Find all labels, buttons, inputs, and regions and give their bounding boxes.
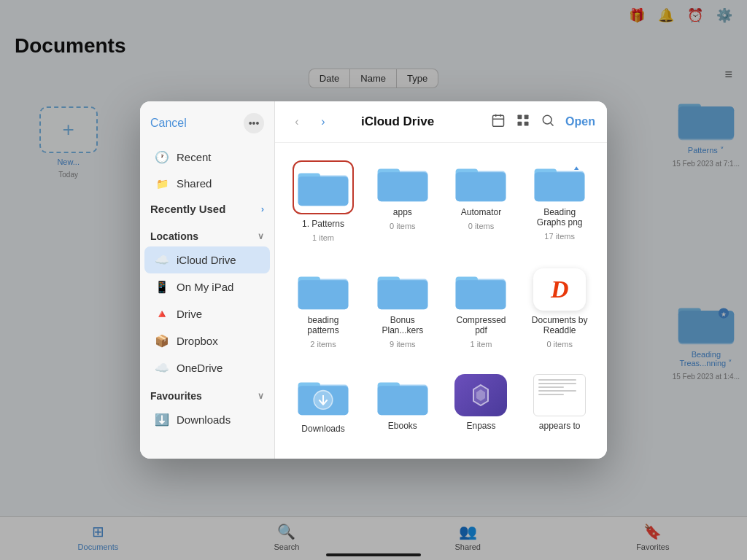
folder-item-compressed-pdf[interactable]: Compressed pdf 1 item	[446, 262, 517, 362]
sidebar-item-drive[interactable]: 🔺 Drive	[144, 300, 270, 327]
sidebar-item-on-my-ipad[interactable]: 📱 On My iPad	[144, 273, 270, 300]
svg-line-25	[551, 122, 554, 125]
downloads-folder-name: Downloads	[301, 424, 344, 434]
file-picker-modal: Cancel ••• 🕐 Recent 📁 Shared Recently Us…	[140, 101, 607, 459]
modal-overlay[interactable]: Cancel ••• 🕐 Recent 📁 Shared Recently Us…	[0, 0, 747, 560]
folder-item-beading-graphs[interactable]: Beading Graphs png 17 items	[524, 155, 595, 255]
automator-folder-name: Automator	[461, 207, 501, 217]
cancel-button[interactable]: Cancel	[150, 117, 187, 130]
automator-folder-icon	[454, 160, 507, 203]
beading-graphs-folder-icon	[533, 160, 586, 203]
folder-item-downloads[interactable]: Downloads	[287, 368, 360, 447]
svg-rect-28	[298, 176, 349, 206]
sidebar-item-downloads[interactable]: ⬇️ Downloads	[144, 406, 270, 433]
bonus-folder-count: 9 items	[390, 340, 415, 349]
downloads-folder-wrapper	[297, 374, 349, 419]
compressed-folder-icon	[454, 268, 507, 311]
svg-rect-16	[493, 115, 504, 126]
svg-point-24	[543, 115, 551, 124]
folder-item-bonus-planners[interactable]: Bonus Plan...kers 9 items	[367, 262, 438, 362]
recently-used-chevron: ›	[261, 203, 264, 214]
paper-line-2	[538, 383, 576, 384]
grid-view-icon-button[interactable]	[516, 113, 530, 131]
locations-label: Locations	[150, 230, 198, 242]
selected-folder-border	[293, 160, 354, 214]
search-icon-button[interactable]	[541, 113, 555, 131]
header-icons: Open	[491, 113, 595, 131]
folder-item-appears-to[interactable]: appears to	[524, 368, 595, 447]
downloads-folder-icon	[297, 374, 349, 416]
dropbox-icon: 📦	[155, 334, 169, 348]
favourites-label: Favourites	[150, 390, 202, 402]
sidebar-item-icloud-drive[interactable]: ☁️ iCloud Drive	[144, 246, 270, 273]
compressed-folder-count: 1 item	[471, 340, 492, 349]
svg-rect-20	[518, 114, 522, 119]
main-header: ‹ › iCloud Drive	[275, 101, 607, 143]
docs-readdle-icon: D	[533, 268, 586, 311]
ellipsis-menu-button[interactable]: •••	[244, 113, 264, 133]
calendar-icon-button[interactable]	[491, 113, 506, 131]
folder-item-apps[interactable]: apps 0 items	[367, 155, 438, 255]
appears-to-name: appears to	[539, 421, 581, 431]
downloads-icon: ⬇️	[155, 413, 169, 427]
paper-line-5	[538, 394, 564, 395]
svg-rect-31	[377, 172, 427, 201]
shared-label: Shared	[177, 177, 212, 190]
sidebar-item-recent[interactable]: 🕐 Recent	[144, 144, 270, 171]
folders-grid: 1. Patterns 1 item apps 0 items	[275, 143, 607, 459]
paper-line-3	[538, 386, 564, 388]
beading-patterns-folder-name: beading patterns	[293, 315, 354, 335]
main-content: ‹ › iCloud Drive	[275, 101, 607, 459]
sidebar-recently-used[interactable]: Recently Used ›	[140, 196, 274, 222]
paper-doc-icon	[533, 374, 586, 416]
ebooks-folder-icon	[376, 374, 429, 416]
icloud-drive-label: iCloud Drive	[177, 254, 236, 266]
locations-section-header[interactable]: Locations ∨	[140, 222, 274, 246]
svg-rect-23	[525, 121, 529, 125]
apps-folder-count: 0 items	[390, 222, 415, 230]
sidebar-item-onedrive[interactable]: ☁️ OneDrive	[144, 354, 270, 381]
sidebar: Cancel ••• 🕐 Recent 📁 Shared Recently Us…	[140, 101, 275, 459]
recent-icon: 🕐	[155, 150, 169, 164]
dropbox-label: Dropbox	[177, 335, 218, 347]
shared-icon: 📁	[155, 178, 169, 190]
folder-item-enpass[interactable]: Enpass	[446, 368, 517, 447]
svg-rect-47	[456, 280, 506, 309]
back-button[interactable]: ‹	[287, 112, 307, 132]
compressed-folder-name: Compressed pdf	[452, 315, 511, 335]
patterns-folder-icon	[297, 165, 349, 207]
svg-rect-37	[535, 172, 585, 201]
favourites-chevron-icon: ∨	[258, 391, 264, 401]
drive-label: Drive	[177, 308, 202, 320]
apps-folder-name: apps	[393, 207, 412, 217]
folder-item-patterns[interactable]: 1. Patterns 1 item	[287, 155, 360, 255]
main-title: iCloud Drive	[339, 114, 456, 129]
sidebar-header: Cancel •••	[140, 113, 274, 144]
svg-marker-38	[574, 166, 578, 170]
sidebar-item-shared[interactable]: 📁 Shared	[144, 171, 270, 196]
svg-rect-34	[456, 172, 506, 201]
svg-rect-21	[525, 114, 529, 119]
forward-button[interactable]: ›	[313, 112, 333, 132]
apps-folder-icon	[376, 160, 429, 203]
beading-patterns-folder-icon	[297, 268, 349, 311]
beading-graphs-folder-count: 17 items	[544, 232, 575, 241]
open-button[interactable]: Open	[565, 115, 595, 128]
on-my-ipad-label: On My iPad	[177, 281, 233, 293]
folder-item-ebooks[interactable]: Ebooks	[367, 368, 438, 447]
beading-graphs-folder-name: Beading Graphs png	[530, 207, 589, 228]
ipad-icon: 📱	[155, 280, 169, 294]
recently-used-label: Recently Used	[150, 203, 225, 215]
sidebar-item-dropbox[interactable]: 📦 Dropbox	[144, 327, 270, 354]
docs-readdle-name: Documents by Readdle	[530, 315, 589, 335]
enpass-folder-name: Enpass	[466, 421, 495, 431]
onedrive-label: OneDrive	[177, 362, 222, 374]
beading-patterns-folder-count: 2 items	[310, 340, 336, 349]
downloads-label: Downloads	[177, 413, 231, 426]
enpass-icon	[454, 374, 507, 416]
folder-item-automator[interactable]: Automator 0 items	[446, 155, 517, 255]
folder-item-beading-patterns[interactable]: beading patterns 2 items	[287, 262, 360, 362]
drive-icon: 🔺	[155, 307, 169, 321]
folder-item-docs-readdle[interactable]: D Documents by Readdle 0 items	[524, 262, 595, 362]
favourites-section-header[interactable]: Favourites ∨	[140, 381, 274, 406]
